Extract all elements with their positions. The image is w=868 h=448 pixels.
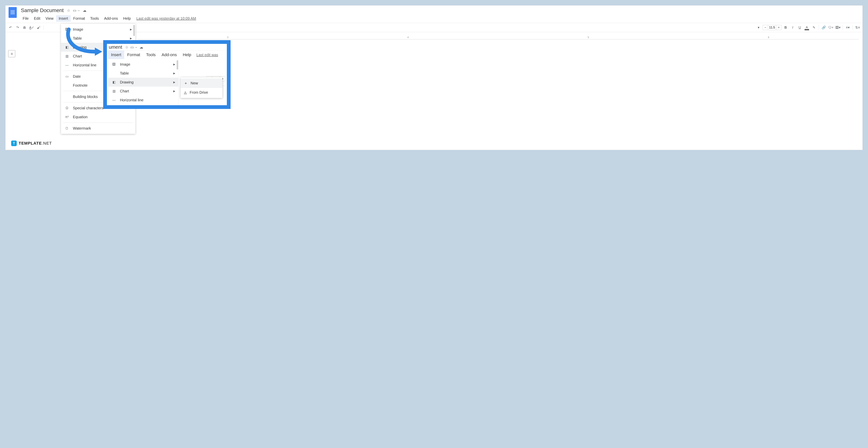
italic-icon[interactable]: I [790, 25, 796, 31]
blocks-icon [64, 94, 69, 99]
star-icon[interactable]: ☆ [125, 45, 128, 50]
title-area: Sample Document ☆ ▭→ ☁ File Edit View In… [20, 7, 860, 22]
ruler-tick: 5 [588, 36, 589, 39]
menu-label: Building blocks [73, 95, 98, 99]
menu-help[interactable]: Help [121, 15, 133, 22]
menu-label: Image [120, 62, 130, 67]
font-size-increase[interactable]: + [776, 26, 781, 30]
ruler-tick: 3 [227, 36, 228, 39]
menu-label: Footnote [73, 83, 88, 88]
paint-format-icon[interactable]: 🖌 [36, 25, 42, 31]
document-title[interactable]: Sample Document [20, 7, 64, 14]
horizontal-line-icon: — [112, 98, 117, 102]
ruler: 3 4 5 6 [137, 35, 859, 39]
menu-view[interactable]: View [43, 15, 56, 22]
menu-label: From Drive [190, 90, 208, 95]
submenu-arrow-icon: ▶ [173, 63, 175, 66]
menu-addons[interactable]: Add-ons [101, 15, 121, 22]
horizontal-line-icon: — [64, 63, 69, 67]
cloud-status-icon[interactable]: ☁ [83, 8, 87, 13]
line-spacing-icon[interactable]: ⇅≡ [855, 25, 861, 31]
font-size-decrease[interactable]: − [763, 26, 768, 30]
image-icon: 🖼 [112, 62, 117, 67]
drawing-new[interactable]: ＋New [181, 78, 222, 88]
submenu-arrow-icon: ▶ [173, 81, 175, 84]
move-folder-icon[interactable]: ▭→ [73, 8, 80, 13]
drawing-submenu: ＋New ◬From Drive [181, 77, 222, 98]
chart-icon: ▥ [112, 89, 117, 93]
title-row: Sample Document ☆ ▭→ ☁ [20, 7, 860, 14]
menu-edit[interactable]: Edit [31, 15, 43, 22]
font-dropdown-icon[interactable]: ▾ [755, 25, 762, 31]
screenshot-frame: Sample Document ☆ ▭→ ☁ File Edit View In… [5, 5, 863, 150]
watermark-icon: 🗋 [64, 126, 69, 130]
inset-menu-help[interactable]: Help [180, 51, 194, 59]
menu-label: New [191, 81, 198, 85]
menu-label: Horizontal line [120, 98, 144, 102]
inset-insert-image[interactable]: 🖼Image▶ [108, 60, 179, 69]
submenu-arrow-icon: ▶ [130, 37, 132, 40]
text-color-icon[interactable]: A [804, 25, 810, 31]
menu-label: Date [73, 74, 81, 78]
menu-format[interactable]: Format [71, 15, 88, 22]
plus-icon: ＋ [184, 81, 188, 86]
menu-file[interactable]: File [20, 15, 31, 22]
table-icon [112, 71, 117, 75]
inset-menubar: Insert Format Tools Add-ons Help Last ed… [107, 51, 227, 59]
star-icon[interactable]: ☆ [67, 8, 70, 13]
watermark-badge-icon: T [11, 140, 17, 146]
insert-equation[interactable]: π²Equation [61, 113, 135, 121]
redo-icon[interactable]: ↷ [14, 25, 21, 31]
inset-insert-horizontal-line[interactable]: —Horizontal line [108, 96, 179, 104]
inset-insert-dropdown: 🖼Image▶ Table▶ ◧Drawing▶ ▥Chart▶ —Horizo… [108, 59, 179, 105]
last-edit-link[interactable]: Last edit was yesterday at 10:09 AM [136, 17, 196, 21]
inset-insert-drawing[interactable]: ◧Drawing▶ [108, 78, 179, 87]
inset-menu-tools[interactable]: Tools [143, 51, 159, 59]
align-icon[interactable]: ≡▾ [845, 25, 851, 31]
print-icon[interactable]: 🖶 [22, 25, 28, 31]
bold-icon[interactable]: B [783, 25, 788, 31]
inset-insert-chart[interactable]: ▥Chart▶ [108, 87, 179, 96]
toolbar-separator [43, 25, 44, 30]
insert-watermark[interactable]: 🗋Watermark [61, 124, 135, 133]
drawing-from-drive[interactable]: ◬From Drive [181, 88, 222, 97]
drawing-icon: ◧ [112, 80, 117, 85]
pi-icon: π² [64, 115, 69, 119]
header: Sample Document ☆ ▭→ ☁ File Edit View In… [6, 6, 862, 22]
toolbar-separator [852, 25, 853, 30]
cloud-status-icon[interactable]: ☁ [140, 45, 143, 50]
underline-icon[interactable]: U [797, 25, 803, 31]
menu-label: Drawing [120, 80, 133, 85]
ruler-tick: 6 [768, 36, 769, 39]
annotation-arrow-icon [63, 28, 104, 59]
menu-label: Special characters [73, 106, 103, 110]
document-outline-icon[interactable]: ≣ [8, 50, 15, 57]
toolbar-separator [843, 25, 843, 30]
inset-menu-addons[interactable]: Add-ons [159, 51, 180, 59]
insert-image-icon[interactable]: 🖼▾ [835, 25, 841, 31]
drive-icon: ◬ [184, 90, 187, 95]
ruler-tick: 4 [407, 36, 409, 39]
menu-insert[interactable]: Insert [56, 15, 71, 22]
insert-link-icon[interactable]: 🔗 [821, 25, 827, 31]
add-comment-icon[interactable]: 🗨+ [828, 25, 834, 31]
submenu-arrow-icon: ▶ [130, 28, 132, 31]
menu-tools[interactable]: Tools [88, 15, 101, 22]
undo-icon[interactable]: ↶ [7, 25, 13, 31]
inset-last-edit-link[interactable]: Last edit was [196, 53, 218, 57]
move-folder-icon[interactable]: ▭→ [130, 45, 137, 50]
google-docs-logo-icon[interactable] [8, 7, 17, 18]
spellcheck-icon[interactable]: A̲✓ [29, 25, 35, 31]
submenu-arrow-icon: ▶ [173, 90, 175, 93]
font-size-value[interactable]: 11.5 [768, 25, 776, 30]
menu-label: Horizontal line [73, 63, 96, 67]
inset-menu-insert[interactable]: Insert [108, 51, 124, 59]
highlight-icon[interactable]: ✎ [811, 25, 817, 31]
inset-zoom-panel: ument ☆ ▭→ ☁ Insert Format Tools Add-ons… [103, 40, 230, 109]
footnote-icon [64, 83, 69, 88]
omega-icon: Ω [64, 106, 69, 110]
menu-label: Equation [73, 115, 88, 119]
date-icon: ▭ [64, 74, 69, 78]
inset-insert-table[interactable]: Table▶ [108, 69, 179, 78]
inset-menu-format[interactable]: Format [124, 51, 143, 59]
